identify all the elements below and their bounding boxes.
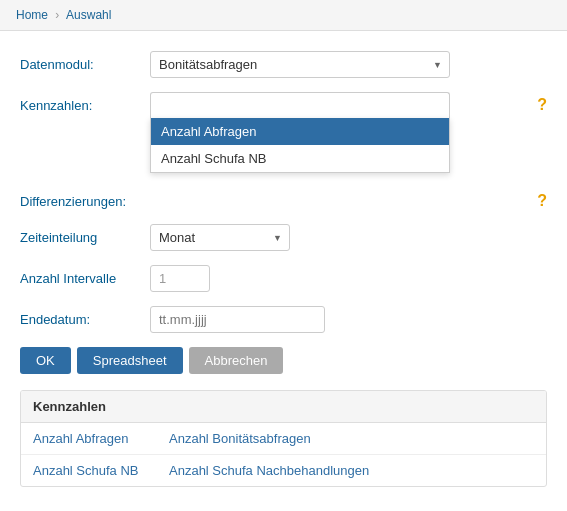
breadcrumb-home[interactable]: Home: [16, 8, 48, 22]
table-cell-value-0: Anzahl Bonitätsabfragen: [169, 431, 311, 446]
differenzierungen-help-icon[interactable]: ?: [537, 188, 547, 210]
kennzahlen-wrapper: Anzahl Abfragen Anzahl Schufa NB: [150, 92, 450, 118]
differenzierungen-row: Differenzierungen: ?: [20, 188, 547, 210]
anzahl-intervalle-row: Anzahl Intervalle: [20, 265, 547, 292]
zeiteinteilung-select[interactable]: Monat Woche Tag Jahr: [150, 224, 290, 251]
spreadsheet-button[interactable]: Spreadsheet: [77, 347, 183, 374]
kennzahlen-row: Kennzahlen: Anzahl Abfragen Anzahl Schuf…: [20, 92, 547, 118]
endedatum-row: Endedatum:: [20, 306, 547, 333]
breadcrumb-current: Auswahl: [66, 8, 111, 22]
datenmodul-row: Datenmodul: Bonitätsabfragen: [20, 51, 547, 78]
kennzahlen-label: Kennzahlen:: [20, 92, 150, 113]
table-cell-value-1: Anzahl Schufa Nachbehandlungen: [169, 463, 369, 478]
kennzahlen-table: Kennzahlen Anzahl Abfragen Anzahl Bonitä…: [20, 390, 547, 487]
kennzahlen-dropdown: Anzahl Abfragen Anzahl Schufa NB: [150, 118, 450, 173]
main-content: Datenmodul: Bonitätsabfragen Kennzahlen:…: [0, 31, 567, 497]
table-cell-key-0: Anzahl Abfragen: [33, 431, 153, 446]
datenmodul-field: Bonitätsabfragen: [150, 51, 547, 78]
anzahl-intervalle-input[interactable]: [150, 265, 210, 292]
breadcrumb: Home › Auswahl: [0, 0, 567, 31]
table-row: Anzahl Schufa NB Anzahl Schufa Nachbehan…: [21, 455, 546, 486]
kennzahlen-input[interactable]: [150, 92, 450, 118]
zeiteinteilung-label: Zeiteinteilung: [20, 224, 150, 245]
endedatum-label: Endedatum:: [20, 306, 150, 327]
dropdown-item-anzahl-schufa-nb[interactable]: Anzahl Schufa NB: [151, 145, 449, 172]
abbrechen-button[interactable]: Abbrechen: [189, 347, 284, 374]
zeiteinteilung-field: Monat Woche Tag Jahr: [150, 224, 547, 251]
anzahl-intervalle-label: Anzahl Intervalle: [20, 265, 150, 286]
zeiteinteilung-row: Zeiteinteilung Monat Woche Tag Jahr: [20, 224, 547, 251]
kennzahlen-field: Anzahl Abfragen Anzahl Schufa NB: [150, 92, 529, 118]
anzahl-intervalle-field: [150, 265, 547, 292]
endedatum-field: [150, 306, 547, 333]
datenmodul-label: Datenmodul:: [20, 51, 150, 72]
table-header: Kennzahlen: [21, 391, 546, 423]
dropdown-item-anzahl-abfragen[interactable]: Anzahl Abfragen: [151, 118, 449, 145]
buttons-row: OK Spreadsheet Abbrechen: [20, 347, 547, 374]
ok-button[interactable]: OK: [20, 347, 71, 374]
endedatum-input[interactable]: [150, 306, 325, 333]
differenzierungen-label: Differenzierungen:: [20, 188, 150, 209]
kennzahlen-help-icon[interactable]: ?: [537, 92, 547, 114]
breadcrumb-separator: ›: [55, 8, 59, 22]
table-row: Anzahl Abfragen Anzahl Bonitätsabfragen: [21, 423, 546, 455]
datenmodul-select[interactable]: Bonitätsabfragen: [150, 51, 450, 78]
datenmodul-select-wrapper: Bonitätsabfragen: [150, 51, 450, 78]
table-cell-key-1: Anzahl Schufa NB: [33, 463, 153, 478]
zeiteinteilung-select-wrapper: Monat Woche Tag Jahr: [150, 224, 290, 251]
